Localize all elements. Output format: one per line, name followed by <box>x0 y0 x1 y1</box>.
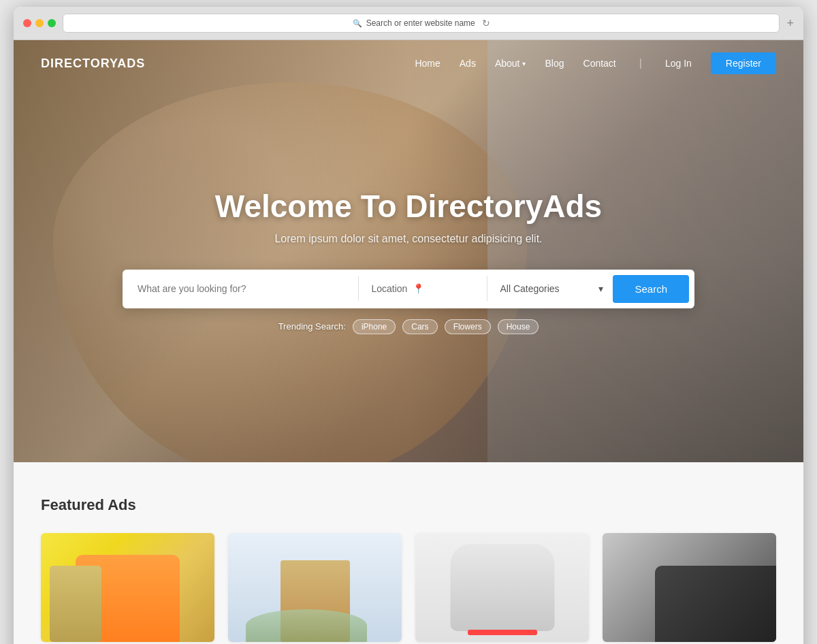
trending-tag-iphone[interactable]: iPhone <box>353 319 396 334</box>
ad-card-3[interactable] <box>415 533 589 642</box>
browser-window: 🔍 Search or enter website name ↻ + DIREC… <box>14 7 803 644</box>
ad-image-4 <box>603 533 776 642</box>
trending-label: Trending Search: <box>278 321 346 332</box>
minimize-button[interactable] <box>35 19 44 27</box>
chevron-down-icon: ▾ <box>598 283 603 294</box>
hero-section: DIRECTORYADS Home Ads About ▾ Blog Conta… <box>14 40 803 462</box>
address-bar[interactable]: 🔍 Search or enter website name ↻ <box>63 14 780 33</box>
close-button[interactable] <box>23 19 31 27</box>
location-input[interactable]: Location 📍 <box>362 276 484 301</box>
hero-content: Welcome To DirectoryAds Lorem ipsum dolo… <box>14 59 803 462</box>
hero-subtitle: Lorem ipsum dolor sit amet, consectetur … <box>274 233 542 245</box>
trending-tag-cars[interactable]: Cars <box>402 319 437 334</box>
ad-image-1 <box>41 533 214 642</box>
browser-toolbar: 🔍 Search or enter website name ↻ + <box>14 7 803 40</box>
hero-title: Welcome To DirectoryAds <box>215 188 602 225</box>
trending-tag-flowers[interactable]: Flowers <box>445 319 491 334</box>
search-what-input[interactable] <box>128 276 355 301</box>
trending-tag-house[interactable]: House <box>498 319 539 334</box>
ad-image-2 <box>228 533 402 642</box>
location-icon: 📍 <box>413 283 424 294</box>
ad-card-1[interactable] <box>41 533 214 642</box>
ad-card-4[interactable] <box>603 533 776 642</box>
featured-section: Featured Ads <box>14 462 803 644</box>
search-button[interactable]: Search <box>613 275 689 303</box>
category-select[interactable]: All Categories ▾ <box>490 276 613 301</box>
new-tab-button[interactable]: + <box>786 16 794 31</box>
search-divider-2 <box>487 276 487 301</box>
page-content: DIRECTORYADS Home Ads About ▾ Blog Conta… <box>14 40 803 644</box>
trending-section: Trending Search: iPhone Cars Flowers Hou… <box>278 319 539 334</box>
reload-button[interactable]: ↻ <box>482 18 490 29</box>
maximize-button[interactable] <box>48 19 56 27</box>
address-text: Search or enter website name <box>366 18 475 28</box>
ad-card-2[interactable] <box>228 533 402 642</box>
ads-grid <box>41 533 776 642</box>
ad-image-3 <box>415 533 589 642</box>
browser-traffic-lights <box>23 19 56 27</box>
location-label: Location <box>371 283 407 294</box>
search-divider-1 <box>358 276 359 301</box>
address-search-icon: 🔍 <box>353 19 362 28</box>
featured-title: Featured Ads <box>41 496 776 514</box>
search-bar: Location 📍 All Categories ▾ Search <box>123 270 694 308</box>
category-label: All Categories <box>500 283 559 294</box>
